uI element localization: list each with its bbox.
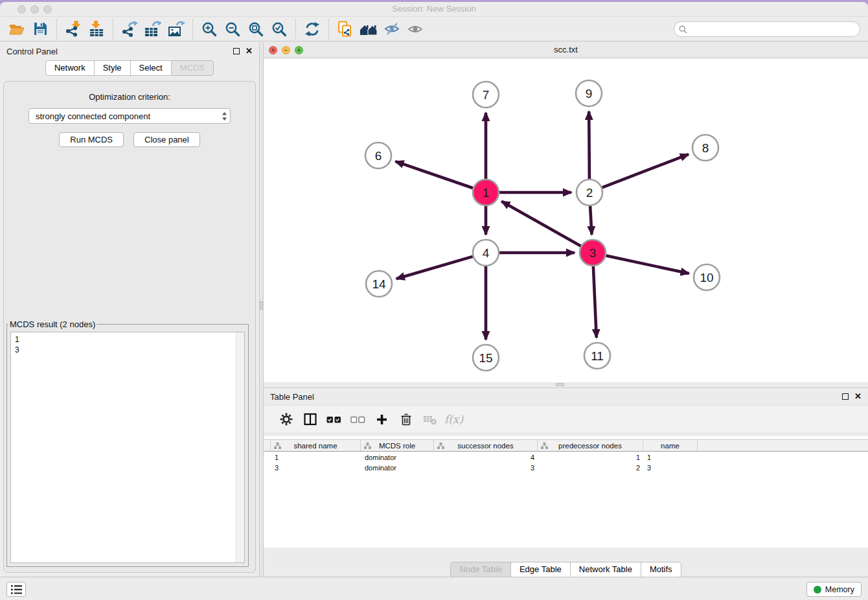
table-cell[interactable]: 3 bbox=[643, 463, 698, 473]
graph-edge-2-9[interactable] bbox=[589, 111, 589, 179]
close-panel-icon[interactable]: ✕ bbox=[246, 48, 253, 54]
column-header-successor-nodes[interactable]: successor nodes bbox=[434, 440, 538, 451]
tab-mcds[interactable]: MCDS bbox=[172, 60, 214, 76]
minimize-view-icon[interactable]: − bbox=[282, 46, 290, 54]
graph-edge-3-11[interactable] bbox=[593, 266, 597, 338]
show-columns-button[interactable] bbox=[298, 409, 322, 430]
graph-node-9[interactable]: 9 bbox=[576, 80, 602, 106]
hierarchy-icon bbox=[274, 443, 281, 449]
tab-style[interactable]: Style bbox=[95, 60, 131, 76]
close-table-panel-icon[interactable]: ✕ bbox=[854, 393, 862, 400]
function-builder-button[interactable]: f(x) bbox=[442, 409, 466, 430]
table-cell[interactable]: 1 bbox=[538, 452, 643, 463]
export-image-icon bbox=[168, 21, 185, 37]
graph-edge-2-3[interactable] bbox=[590, 206, 591, 235]
result-scrollbar[interactable] bbox=[236, 332, 244, 562]
open-session-button[interactable] bbox=[5, 19, 29, 40]
export-table-button[interactable] bbox=[141, 19, 165, 40]
import-network-button[interactable] bbox=[62, 19, 85, 40]
mcds-result-box[interactable]: 1 3 bbox=[10, 332, 245, 563]
zoom-selected-button[interactable] bbox=[268, 19, 291, 40]
task-history-button[interactable] bbox=[6, 582, 26, 597]
mcds-result-lines: 1 3 bbox=[11, 332, 235, 562]
table-cell[interactable]: 1 bbox=[643, 452, 698, 463]
export-network-button[interactable] bbox=[118, 19, 141, 40]
tab-network-table[interactable]: Network Table bbox=[571, 562, 641, 577]
graph-edge-3-1[interactable] bbox=[501, 202, 580, 246]
delete-table-button[interactable] bbox=[418, 409, 442, 430]
first-neighbors-button[interactable] bbox=[357, 19, 380, 40]
graph-edge-4-14[interactable] bbox=[396, 257, 473, 279]
export-image-button[interactable] bbox=[165, 19, 188, 40]
graph-node-10[interactable]: 10 bbox=[694, 264, 720, 290]
network-view-title: scc.txt bbox=[264, 42, 868, 58]
graph-node-8[interactable]: 8 bbox=[692, 135, 718, 161]
graph-node-7[interactable]: 7 bbox=[473, 82, 499, 108]
table-cell[interactable]: dominator bbox=[361, 463, 434, 473]
table-cell[interactable]: 1 bbox=[271, 452, 361, 463]
graph-node-1[interactable]: 1 bbox=[473, 179, 499, 205]
save-session-button[interactable] bbox=[29, 19, 52, 40]
zoom-in-button[interactable] bbox=[198, 19, 221, 40]
graph-edge-1-6[interactable] bbox=[396, 161, 474, 188]
network-graph[interactable]: 7968124314101511 bbox=[264, 58, 867, 382]
tab-edge-table[interactable]: Edge Table bbox=[511, 562, 571, 577]
table-row[interactable]: 3dominator323 bbox=[264, 463, 868, 473]
close-view-icon[interactable]: × bbox=[269, 46, 277, 54]
search-input[interactable] bbox=[691, 25, 855, 34]
table-options-button[interactable] bbox=[274, 409, 298, 430]
maximize-view-icon[interactable]: + bbox=[295, 46, 303, 54]
table-cell[interactable]: dominator bbox=[361, 452, 434, 463]
criterion-select[interactable]: strongly connected component bbox=[29, 108, 231, 124]
minimize-window-icon[interactable] bbox=[30, 5, 39, 14]
tab-motifs[interactable]: Motifs bbox=[641, 562, 681, 577]
tab-select[interactable]: Select bbox=[131, 60, 172, 76]
hide-selected-button[interactable] bbox=[380, 19, 404, 40]
import-table-button[interactable] bbox=[85, 19, 108, 40]
table-row[interactable]: 1dominator411 bbox=[264, 452, 868, 463]
graph-node-4[interactable]: 4 bbox=[473, 240, 499, 266]
memory-button[interactable]: Memory bbox=[806, 582, 862, 597]
column-header-shared-name[interactable]: shared name bbox=[271, 440, 361, 451]
show-all-button[interactable] bbox=[404, 19, 427, 40]
float-table-panel-icon[interactable] bbox=[842, 393, 849, 400]
splitter-grip-icon[interactable] bbox=[260, 301, 263, 310]
select-all-columns-button[interactable] bbox=[322, 409, 346, 430]
node-table[interactable]: shared nameMCDS rolesuccessor nodesprede… bbox=[264, 436, 868, 548]
run-mcds-button[interactable]: Run MCDS bbox=[59, 132, 124, 147]
graph-node-15[interactable]: 15 bbox=[473, 345, 499, 371]
close-panel-button[interactable]: Close panel bbox=[133, 132, 200, 147]
close-window-icon[interactable] bbox=[17, 5, 26, 14]
graph-node-3[interactable]: 3 bbox=[580, 240, 606, 266]
create-column-button[interactable] bbox=[370, 409, 394, 430]
zoom-out-button[interactable] bbox=[221, 19, 244, 40]
column-header-mcds-role[interactable]: MCDS role bbox=[361, 440, 434, 451]
search-field[interactable] bbox=[674, 21, 860, 37]
column-header-predecessor-nodes[interactable]: predecessor nodes bbox=[538, 440, 643, 451]
network-canvas[interactable]: 7968124314101511 bbox=[264, 58, 868, 382]
tab-network[interactable]: Network bbox=[45, 60, 95, 76]
graph-node-14[interactable]: 14 bbox=[366, 271, 392, 297]
table-cell[interactable]: 2 bbox=[538, 463, 643, 473]
table-cell[interactable]: 4 bbox=[434, 452, 538, 463]
show-all-icon bbox=[407, 23, 424, 35]
column-header-name[interactable]: name bbox=[643, 440, 698, 451]
splitter-grip-icon[interactable] bbox=[556, 383, 564, 386]
graph-edge-2-8[interactable] bbox=[602, 154, 689, 187]
apply-layout-button[interactable] bbox=[301, 19, 324, 40]
graph-node-6[interactable]: 6 bbox=[365, 143, 391, 168]
maximize-window-icon[interactable] bbox=[43, 5, 52, 14]
graph-edge-3-10[interactable] bbox=[606, 255, 689, 273]
horizontal-splitter[interactable] bbox=[264, 382, 868, 387]
graph-node-11[interactable]: 11 bbox=[584, 343, 610, 369]
float-panel-icon[interactable] bbox=[233, 48, 240, 54]
vertical-splitter[interactable] bbox=[259, 42, 264, 577]
table-cell[interactable]: 3 bbox=[434, 463, 538, 473]
clone-network-button[interactable] bbox=[334, 19, 357, 40]
table-cell[interactable]: 3 bbox=[271, 463, 361, 473]
delete-columns-button[interactable] bbox=[394, 409, 418, 430]
zoom-fit-button[interactable] bbox=[244, 19, 268, 40]
tab-node-table[interactable]: Node Table bbox=[450, 562, 511, 577]
graph-node-2[interactable]: 2 bbox=[577, 179, 602, 205]
unselect-all-columns-button[interactable] bbox=[346, 409, 370, 430]
